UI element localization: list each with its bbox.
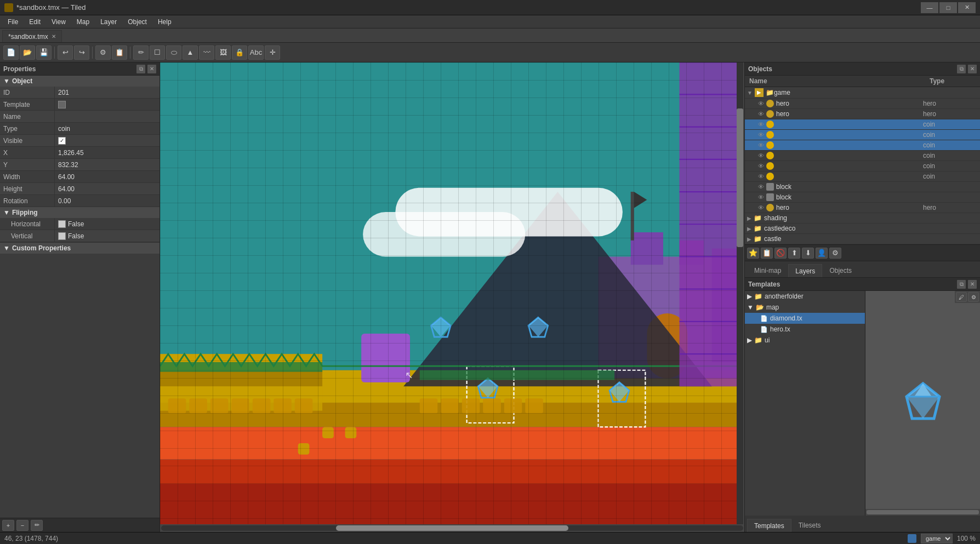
objects-list: ▼ ▶ 📁 game 👁 hero hero 👁 hero [745, 87, 980, 244]
templates-tree: ▶ 📁 anotherfolder ▼ 📂 map 📄 diamond.tx [745, 291, 865, 516]
object-group-game[interactable]: ▼ ▶ 📁 game [745, 87, 980, 99]
tab-close-icon[interactable]: ✕ [52, 33, 56, 39]
tab-objects[interactable]: Objects [822, 264, 859, 277]
menu-layer[interactable]: Layer [95, 17, 122, 27]
new-button[interactable]: 📄 [3, 45, 19, 60]
object-section-header[interactable]: ▼ Object [0, 76, 159, 87]
templates-folder-map[interactable]: ▼ 📂 map [745, 302, 865, 313]
object-group-shading[interactable]: ▶ 📁 shading [745, 213, 980, 224]
redo-button[interactable]: ↪ [74, 45, 89, 60]
object-hero-3[interactable]: 👁 hero hero [745, 203, 980, 213]
objects-delete-button[interactable]: 🚫 [774, 248, 787, 259]
close-button[interactable]: ✕ [958, 2, 976, 13]
vscroll-track [737, 62, 743, 524]
prop-key-height: Height [0, 183, 55, 194]
preview-tool-1[interactable]: 🖊 [956, 292, 967, 302]
templates-folder-ui[interactable]: ▶ 📁 ui [745, 335, 865, 346]
objects-settings-button[interactable]: ⚙ [829, 248, 841, 259]
menu-view[interactable]: View [46, 17, 71, 27]
objects-group-button[interactable]: 👤 [816, 248, 828, 259]
coin-2-type: coin [923, 131, 978, 139]
lock-tool[interactable]: 🔒 [232, 45, 247, 60]
hero-3-name: hero [776, 204, 923, 211]
horizontal-checkbox[interactable] [58, 220, 66, 228]
menu-file[interactable]: File [2, 17, 24, 27]
preview-hscrollbar[interactable] [865, 509, 980, 516]
prop-key-y: Y [0, 159, 55, 170]
crosshair-tool[interactable]: ✛ [265, 45, 280, 60]
tab-minimap[interactable]: Mini-map [747, 264, 788, 277]
object-hero-2[interactable]: 👁 hero hero [745, 109, 980, 119]
menu-object[interactable]: Object [122, 17, 152, 27]
hscroll-thumb[interactable] [336, 525, 569, 531]
panel-close-button[interactable]: ✕ [147, 65, 156, 73]
templates-file-hero[interactable]: 📄 hero.tx [745, 324, 865, 335]
settings-button[interactable]: ⚙ [95, 45, 111, 60]
minimize-button[interactable]: — [921, 2, 938, 13]
templates-float-button[interactable]: ⧉ [957, 280, 966, 289]
objects-panel-controls: ⧉ ✕ [957, 65, 977, 73]
templates-file-diamond[interactable]: 📄 diamond.tx [745, 313, 865, 324]
objects-copy-button[interactable]: 📋 [761, 248, 773, 259]
anotherfolder-chevron: ▶ [747, 293, 752, 300]
map-horizontal-scrollbar[interactable] [160, 524, 744, 532]
map-canvas[interactable]: ↖ [160, 62, 744, 532]
rect-tool[interactable]: ☐ [150, 45, 165, 60]
clipboard-button[interactable]: 📋 [112, 45, 127, 60]
image-tool[interactable]: 🖼 [215, 45, 231, 60]
hero-dot-icon-2 [766, 110, 774, 118]
menu-map[interactable]: Map [71, 17, 95, 27]
menu-help[interactable]: Help [152, 17, 177, 27]
layer-selector[interactable]: game [921, 534, 953, 543]
object-coin-2[interactable]: 👁 coin [745, 130, 980, 140]
vertical-checkbox[interactable] [58, 232, 66, 240]
titlebar-controls[interactable]: — □ ✕ [921, 2, 976, 13]
triangle-tool[interactable]: ▲ [183, 45, 198, 60]
ellipse-tool[interactable]: ⬭ [166, 45, 181, 60]
menu-edit[interactable]: Edit [24, 17, 46, 27]
object-hero-1[interactable]: 👁 hero hero [745, 99, 980, 109]
add-property-button[interactable]: + [2, 520, 14, 531]
templates-bottom-tab-templates[interactable]: Templates [747, 519, 791, 532]
templates-folder-anotherfolder[interactable]: ▶ 📁 anotherfolder [745, 291, 865, 302]
object-block-2[interactable]: 👁 block [745, 192, 980, 203]
object-coin-1[interactable]: 👁 coin [745, 119, 980, 130]
map-vertical-scrollbar[interactable] [737, 62, 744, 524]
objects-up-button[interactable]: ⬆ [788, 248, 800, 259]
save-button[interactable]: 💾 [36, 45, 52, 60]
layer-color-icon [908, 534, 916, 543]
object-group-castle[interactable]: ▶ 📁 castle [745, 234, 980, 244]
undo-button[interactable]: ↩ [58, 45, 73, 60]
tab-layers[interactable]: Layers [788, 264, 822, 277]
objects-close-button[interactable]: ✕ [968, 65, 977, 73]
remove-property-button[interactable]: − [16, 520, 29, 531]
tab-sandbox[interactable]: *sandbox.tmx ✕ [2, 30, 62, 42]
objects-down-button[interactable]: ⬇ [802, 248, 814, 259]
object-coin-3[interactable]: 👁 coin [745, 140, 980, 151]
object-block-1[interactable]: 👁 block [745, 182, 980, 192]
object-coin-6[interactable]: 👁 coin [745, 171, 980, 182]
objects-float-button[interactable]: ⧉ [957, 65, 966, 73]
vscroll-thumb[interactable] [737, 108, 743, 247]
panel-float-button[interactable]: ⧉ [136, 65, 145, 73]
object-group-castledeco[interactable]: ▶ 📁 castledeco [745, 224, 980, 234]
app-icon [4, 3, 13, 12]
poly-tool[interactable]: 〰 [199, 45, 214, 60]
flipping-label: Flipping [12, 209, 38, 216]
custom-properties-header[interactable]: ▼ Custom Properties [0, 242, 159, 254]
preview-tool-2[interactable]: ⚙ [968, 292, 979, 302]
visible-checkbox[interactable]: ✓ [58, 137, 66, 145]
object-coin-5[interactable]: 👁 coin [745, 161, 980, 171]
edit-property-button[interactable]: ✏ [31, 520, 43, 531]
maximize-button[interactable]: □ [939, 2, 957, 13]
castledeco-chevron: ▶ [747, 226, 751, 232]
open-button[interactable]: 📂 [20, 45, 35, 60]
templates-bottom-tab-tilesets[interactable]: Tilesets [791, 519, 828, 532]
text-tool[interactable]: Abc [248, 45, 264, 60]
stamp-tool[interactable]: ✏ [133, 45, 149, 60]
flipping-section-header[interactable]: ▼ Flipping [0, 207, 159, 218]
object-coin-4[interactable]: 👁 coin [745, 151, 980, 161]
templates-close-button[interactable]: ✕ [968, 280, 977, 289]
minimap-tab-label: Mini-map [754, 267, 781, 274]
objects-star-button[interactable]: ⭐ [747, 248, 759, 259]
